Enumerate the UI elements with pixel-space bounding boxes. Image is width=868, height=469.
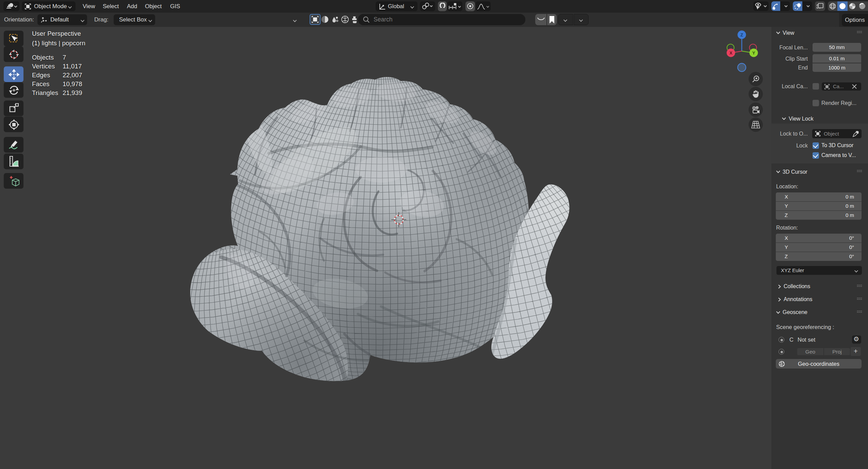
svg-text:Z: Z <box>740 32 743 37</box>
svg-text:X: X <box>730 50 733 56</box>
svg-text:Y: Y <box>752 50 755 56</box>
